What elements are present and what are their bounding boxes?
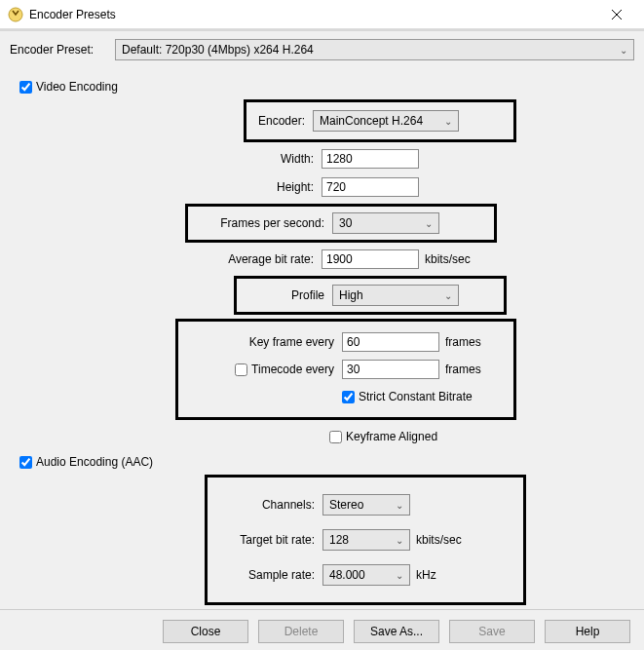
timecode-unit: frames	[445, 363, 481, 376]
encoder-preset-label: Encoder Preset:	[10, 43, 115, 57]
keyframe-unit: frames	[445, 335, 481, 349]
profile-label: Profile	[245, 288, 332, 302]
target-bitrate-unit: kbits/sec	[416, 533, 462, 547]
avg-bitrate-input[interactable]	[322, 249, 419, 269]
width-input[interactable]	[322, 149, 419, 169]
strict-cbr-label: Strict Constant Bitrate	[359, 390, 473, 403]
chevron-down-icon: ⌄	[444, 290, 452, 301]
target-bitrate-value: 128	[329, 533, 349, 547]
highlight-keyframe-block: Key frame every frames Timecode every fr…	[175, 319, 516, 420]
keyframe-label: Key frame every	[186, 335, 342, 349]
encoder-preset-value: Default: 720p30 (4Mbps) x264 H.264	[122, 43, 314, 57]
keyframe-input[interactable]	[342, 332, 439, 352]
fps-select[interactable]: 30 ⌄	[332, 212, 439, 234]
chevron-down-icon: ⌄	[425, 218, 433, 229]
sample-rate-select[interactable]: 48.000 ⌄	[322, 564, 410, 586]
keyframe-aligned-label: Keyframe Aligned	[346, 430, 437, 443]
audio-encoding-checkbox-row[interactable]: Audio Encoding (AAC)	[19, 455, 634, 469]
audio-fields: Channels: Stereo ⌄ Target bit rate: 128 …	[49, 475, 634, 605]
close-dialog-button[interactable]: Close	[163, 620, 248, 643]
chevron-down-icon: ⌄	[620, 45, 627, 56]
delete-button[interactable]: Delete	[258, 620, 344, 643]
encoder-preset-select[interactable]: Default: 720p30 (4Mbps) x264 H.264 ⌄	[115, 39, 634, 60]
window-title: Encoder Presets	[29, 8, 597, 21]
audio-encoding-label: Audio Encoding (AAC)	[36, 455, 153, 469]
keyframe-aligned-row: Keyframe Aligned	[49, 424, 634, 449]
close-button[interactable]	[597, 0, 636, 29]
save-as-button[interactable]: Save As...	[354, 620, 439, 643]
titlebar: Encoder Presets	[0, 0, 644, 29]
channels-value: Stereo	[329, 498, 363, 512]
avg-bitrate-row: Average bit rate: kbits/sec	[49, 247, 634, 272]
timecode-row: Timecode every frames	[186, 357, 506, 382]
help-button[interactable]: Help	[545, 620, 630, 643]
timecode-checkbox[interactable]	[235, 363, 247, 376]
chevron-down-icon: ⌄	[396, 535, 403, 546]
height-label: Height:	[49, 180, 322, 194]
video-encoding-label: Video Encoding	[36, 80, 118, 94]
fps-value: 30	[339, 216, 352, 230]
profile-value: High	[339, 288, 363, 302]
save-button[interactable]: Save	[449, 620, 535, 643]
chevron-down-icon: ⌄	[396, 500, 403, 511]
width-label: Width:	[49, 152, 322, 166]
button-bar: Close Delete Save As... Save Help	[0, 609, 644, 650]
highlight-fps: Frames per second: 30 ⌄	[185, 204, 497, 243]
channels-select[interactable]: Stereo ⌄	[322, 494, 410, 516]
encoder-value: MainConcept H.264	[320, 114, 423, 128]
video-encoding-checkbox-row[interactable]: Video Encoding	[19, 80, 634, 94]
avg-bitrate-label: Average bit rate:	[49, 252, 322, 266]
profile-select[interactable]: High ⌄	[332, 285, 459, 306]
channels-row: Channels: Stereo ⌄	[215, 492, 515, 517]
highlight-profile: Profile High ⌄	[234, 276, 507, 315]
width-row: Width:	[49, 146, 634, 172]
sample-rate-label: Sample rate:	[215, 568, 322, 582]
encoder-preset-row: Encoder Preset: Default: 720p30 (4Mbps) …	[10, 39, 634, 60]
video-encoding-checkbox[interactable]	[19, 81, 32, 94]
keyframe-row: Key frame every frames	[186, 329, 506, 355]
app-icon	[8, 7, 23, 22]
chevron-down-icon: ⌄	[396, 570, 403, 581]
sample-rate-row: Sample rate: 48.000 ⌄ kHz	[215, 562, 515, 588]
audio-encoding-checkbox[interactable]	[19, 456, 32, 469]
timecode-input[interactable]	[342, 360, 439, 379]
content-area: Encoder Preset: Default: 720p30 (4Mbps) …	[0, 29, 644, 609]
height-row: Height:	[49, 174, 634, 200]
sample-rate-value: 48.000	[329, 568, 365, 582]
highlight-audio-block: Channels: Stereo ⌄ Target bit rate: 128 …	[205, 475, 526, 605]
encoder-select[interactable]: MainConcept H.264 ⌄	[313, 110, 459, 132]
target-bitrate-label: Target bit rate:	[215, 533, 322, 547]
highlight-encoder: Encoder: MainConcept H.264 ⌄	[244, 99, 516, 142]
video-fields: Encoder: MainConcept H.264 ⌄ Width: Heig…	[49, 99, 634, 449]
sample-rate-unit: kHz	[416, 568, 436, 582]
encoder-label: Encoder:	[254, 114, 313, 128]
height-input[interactable]	[322, 177, 419, 197]
target-bitrate-select[interactable]: 128 ⌄	[322, 529, 410, 551]
close-icon	[612, 10, 622, 19]
channels-label: Channels:	[215, 498, 322, 512]
timecode-label: Timecode every	[251, 363, 334, 376]
strict-cbr-row: Strict Constant Bitrate	[186, 384, 506, 409]
target-bitrate-row: Target bit rate: 128 ⌄ kbits/sec	[215, 527, 515, 553]
keyframe-aligned-checkbox[interactable]	[329, 431, 342, 443]
encoder-presets-window: Encoder Presets Encoder Preset: Default:…	[0, 0, 644, 650]
fps-label: Frames per second:	[196, 216, 332, 230]
chevron-down-icon: ⌄	[444, 116, 452, 127]
strict-cbr-checkbox[interactable]	[342, 391, 355, 403]
avg-bitrate-unit: kbits/sec	[425, 252, 471, 266]
